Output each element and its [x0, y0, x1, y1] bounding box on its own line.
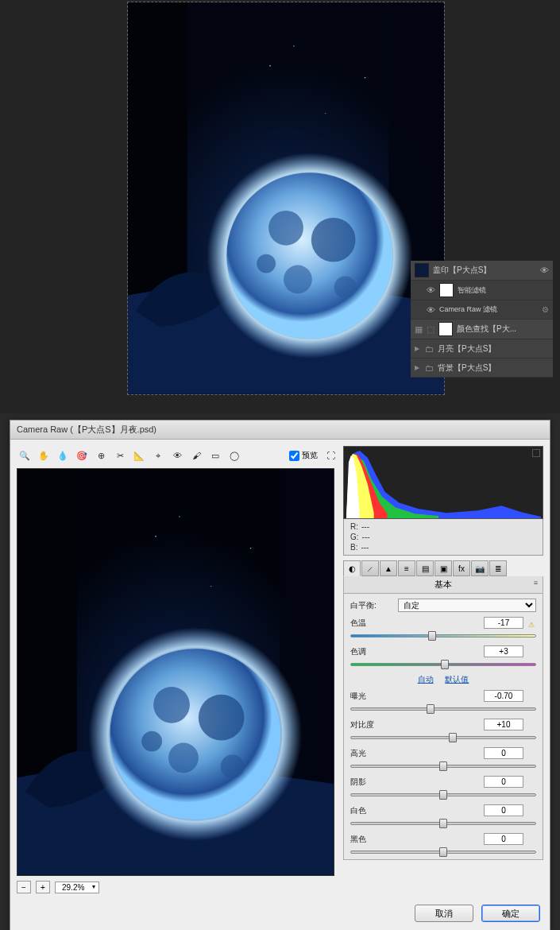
- blacks-slider[interactable]: [350, 847, 536, 858]
- whites-input[interactable]: [484, 804, 523, 816]
- basic-settings: 白平衡: 自定 色温 色调 自动: [343, 594, 543, 860]
- panel-menu-icon[interactable]: ≡: [534, 579, 538, 587]
- crop-tool-icon[interactable]: ✂: [114, 449, 126, 462]
- redeye-icon[interactable]: 👁: [171, 449, 183, 462]
- cancel-button[interactable]: 取消: [415, 905, 473, 922]
- svg-point-10: [269, 65, 271, 67]
- layer-group-moon[interactable]: ▶ 🗀 月亮【P大点S】: [411, 339, 553, 358]
- cr-toolbar: 🔍 ✋ 💧 🎯 ⊕ ✂ 📐 ⌖ 👁 🖌 ▭ ◯ 预览 ⛶: [17, 446, 338, 465]
- hand-tool-icon[interactable]: ✋: [37, 449, 50, 462]
- temp-label: 色温: [350, 618, 393, 629]
- document-canvas[interactable]: [127, 2, 445, 395]
- adjustment-brush-icon[interactable]: 🖌: [190, 449, 203, 462]
- visibility-icon[interactable]: 👁: [540, 265, 549, 275]
- highlights-slider[interactable]: [350, 761, 536, 772]
- svg-point-21: [168, 743, 199, 773]
- zoom-in-button[interactable]: +: [36, 881, 50, 893]
- targeted-adjust-icon[interactable]: ⊕: [95, 449, 107, 462]
- folder-icon: 🗀: [425, 344, 434, 354]
- tint-slider[interactable]: [350, 659, 536, 670]
- svg-point-23: [141, 731, 162, 752]
- tab-detail[interactable]: ▲: [380, 560, 397, 576]
- layers-panel: 盖印【P大点S】 👁 👁 智能滤镜 👁 Camera Raw 滤镜 ⚙ ▦ ⬚ …: [411, 261, 553, 378]
- layer-group-bg[interactable]: ▶ 🗀 背景【P大点S】: [411, 358, 553, 378]
- tab-lens[interactable]: ▣: [434, 560, 452, 576]
- default-link[interactable]: 默认值: [445, 675, 469, 684]
- tab-basic[interactable]: ◐: [343, 560, 361, 576]
- highlights-input[interactable]: [484, 747, 523, 759]
- fullscreen-icon[interactable]: ⛶: [324, 449, 337, 462]
- tab-presets[interactable]: ≣: [489, 560, 507, 576]
- cr-preview-image[interactable]: [17, 468, 334, 876]
- exposure-input[interactable]: [484, 690, 523, 702]
- temp-slider[interactable]: [350, 630, 536, 641]
- blacks-input[interactable]: [484, 833, 523, 845]
- clip-warning-icon[interactable]: [532, 449, 540, 457]
- canvas-area: 盖印【P大点S】 👁 👁 智能滤镜 👁 Camera Raw 滤镜 ⚙ ▦ ⬚ …: [0, 0, 560, 413]
- zoom-out-button[interactable]: −: [17, 881, 31, 893]
- radial-filter-icon[interactable]: ◯: [228, 449, 241, 462]
- filter-blend-icon[interactable]: ⚙: [542, 305, 549, 314]
- shadows-input[interactable]: [484, 776, 523, 788]
- svg-point-12: [365, 77, 366, 79]
- preview-checkbox[interactable]: 预览: [289, 450, 318, 461]
- svg-point-18: [110, 649, 280, 820]
- expand-icon[interactable]: ▶: [415, 364, 419, 371]
- warn-icon: [528, 619, 536, 627]
- tab-curve[interactable]: ⟋: [361, 560, 379, 576]
- tab-split[interactable]: ▤: [416, 560, 434, 576]
- grid-icon: ▦: [415, 324, 423, 335]
- svg-point-27: [210, 586, 211, 587]
- temp-input[interactable]: [484, 617, 523, 629]
- shadows-slider[interactable]: [350, 789, 536, 800]
- svg-point-6: [311, 218, 356, 262]
- histogram[interactable]: [343, 446, 543, 519]
- layer-label: 颜色查找【P大...: [457, 324, 516, 335]
- spot-removal-icon[interactable]: ⌖: [152, 449, 164, 462]
- visibility-icon[interactable]: 👁: [427, 305, 435, 315]
- svg-point-8: [334, 277, 357, 299]
- dialog-buttons: 取消 确定: [10, 900, 550, 930]
- svg-point-25: [179, 516, 180, 517]
- panel-title: 基本 ≡: [343, 576, 543, 594]
- straighten-icon[interactable]: 📐: [133, 449, 145, 462]
- visibility-icon[interactable]: 👁: [427, 285, 435, 295]
- tint-input[interactable]: [484, 645, 523, 657]
- svg-point-22: [221, 754, 245, 778]
- wb-select[interactable]: 自定: [398, 599, 536, 612]
- zoom-controls: − + 29.2%: [17, 881, 338, 893]
- moon-artwork: [128, 2, 444, 394]
- expand-icon[interactable]: ▶: [415, 345, 419, 352]
- contrast-input[interactable]: [484, 719, 523, 730]
- svg-point-11: [293, 45, 294, 46]
- layer-smart-filters[interactable]: 👁 智能滤镜: [411, 281, 553, 300]
- wb-tool-icon[interactable]: 💧: [56, 449, 69, 462]
- tab-camera[interactable]: 📷: [471, 560, 489, 576]
- layer-label: Camera Raw 滤镜: [439, 304, 497, 315]
- contrast-slider[interactable]: [350, 732, 536, 743]
- dialog-title: Camera Raw (【P大点S】月夜.psd): [10, 420, 550, 440]
- folder-icon: 🗀: [425, 363, 434, 373]
- ok-button[interactable]: 确定: [481, 905, 540, 922]
- layer-camera-raw-filter[interactable]: 👁 Camera Raw 滤镜 ⚙: [411, 300, 553, 320]
- rgb-readout: R:--- G:--- B:---: [343, 519, 543, 556]
- layer-stamp[interactable]: 盖印【P大点S】 👁: [411, 261, 553, 281]
- warn-icon: [528, 648, 536, 656]
- zoom-level[interactable]: 29.2%: [55, 882, 99, 893]
- svg-point-13: [325, 113, 326, 114]
- tab-fx[interactable]: fx: [453, 560, 470, 576]
- svg-point-26: [250, 548, 252, 549]
- exposure-slider[interactable]: [350, 703, 536, 715]
- layer-label: 盖印【P大点S】: [433, 265, 491, 276]
- whites-slider[interactable]: [350, 818, 536, 829]
- layer-label: 智能滤镜: [458, 285, 486, 296]
- color-sampler-icon[interactable]: 🎯: [75, 449, 88, 462]
- svg-point-9: [257, 254, 276, 273]
- zoom-tool-icon[interactable]: 🔍: [18, 449, 31, 462]
- layer-label: 背景【P大点S】: [438, 362, 496, 374]
- tab-hsl[interactable]: ≡: [398, 560, 415, 576]
- auto-link[interactable]: 自动: [418, 675, 434, 684]
- graduated-filter-icon[interactable]: ▭: [209, 449, 222, 462]
- svg-point-4: [226, 172, 392, 339]
- layer-color-lookup[interactable]: ▦ ⬚ 颜色查找【P大...: [411, 320, 553, 339]
